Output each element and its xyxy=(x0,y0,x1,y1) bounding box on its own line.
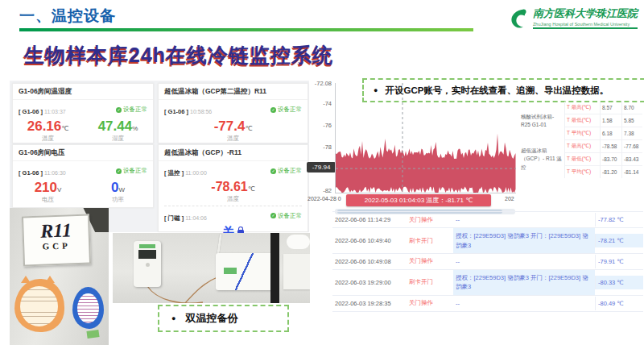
status-ok-icon: ✓ xyxy=(116,107,122,113)
stat-value: 7.38 xyxy=(621,127,642,140)
card-freezer-second-probe: 超低温冰箱（GCP第二温控）R11 [ G1-06 ]10:58:56 ✓设备正… xyxy=(158,83,308,143)
log-row[interactable]: 2022-06-03 19:29:00 刷卡开门 授权：[229E59D3] 骆… xyxy=(332,270,643,296)
device-display xyxy=(138,250,156,259)
temperature-value: 26.16 xyxy=(27,118,62,134)
log-row[interactable]: 2022-06-06 10:49:08 关门操作 -- -79.91 ℃ xyxy=(332,254,643,270)
metric-label: 温度 xyxy=(13,135,83,143)
temperature-unit: ℃ xyxy=(245,125,252,132)
stat-label: T 最低(℃) xyxy=(564,114,600,127)
hospital-logo-icon xyxy=(507,6,530,29)
event-detail: -- xyxy=(453,212,595,227)
status-text: 设备正常 xyxy=(278,167,302,175)
y-axis-marker-badge: -79.94 xyxy=(307,162,336,172)
temperature-logger-device xyxy=(134,241,161,287)
event-time: 2022-06-06 10:49:08 xyxy=(332,255,407,268)
stats-table: 核酸试剂冰箱-R25 G1-01 T 最高(℃) 8.57 8.70 T 最低(… xyxy=(519,102,642,178)
humidity-value: 47.44 xyxy=(98,118,133,134)
event-temperature: -78.21 ℃ xyxy=(595,234,643,247)
temperature-value: -77.4 xyxy=(214,118,246,134)
card-title: G1-06房间温湿度 xyxy=(13,84,153,100)
voltage-value: 210 xyxy=(35,180,57,195)
section-title: 一、温控设备 xyxy=(19,6,116,27)
event-temperature: -77.82 ℃ xyxy=(595,213,643,227)
device-name: 超低温冰箱（GCP）- R11 温控 xyxy=(519,140,564,178)
probe-tag: [ 温控 ] xyxy=(164,169,184,177)
stat-value: 6.18 xyxy=(600,127,621,140)
stat-label: T 最高(℃) xyxy=(564,140,600,153)
card-room-voltage: G1-06房间电压 [ G1-06 ]11:06:30 ✓设备正常 210V 电… xyxy=(12,144,154,208)
metric-label: 温度 xyxy=(159,135,308,143)
y-tick: -78 xyxy=(306,143,332,151)
stat-value: -83.70 xyxy=(600,153,621,166)
event-detail: 授权：[229E59D3] 骆韵豪3 开门：[229E59D3] 骆韵豪3 xyxy=(453,228,595,253)
stat-label: T 平均(℃) xyxy=(564,166,600,178)
sign-text-r11: R11 xyxy=(23,219,89,243)
stat-value: -81.14 xyxy=(621,166,642,178)
event-action: 关门操作 xyxy=(407,254,453,268)
bullet-icon: ● xyxy=(171,314,175,322)
stat-value: 1.58 xyxy=(600,114,621,127)
photo-monitoring-devices xyxy=(113,233,310,303)
header-divider xyxy=(19,28,473,31)
temperature-value: -78.61 xyxy=(211,180,247,193)
metric-label: 功率 xyxy=(83,196,153,204)
reading-time: 11:04:06 xyxy=(185,215,207,221)
status-ok-icon: ✓ xyxy=(270,213,276,218)
stat-value: 8.57 xyxy=(600,102,621,114)
event-time: 2022-06-06 11:14:29 xyxy=(332,213,407,227)
event-detail: 授权：[229E59D3] 骆韵豪3 开门：[229E59D3] 骆韵豪3 xyxy=(453,270,595,295)
door-sensor-tag: [ 门磁 ] xyxy=(164,214,184,222)
card-room-temp-humidity: G1-06房间温湿度 [ G1-06 ]11:03:37 ✓设备正常 26.16… xyxy=(12,83,154,143)
stat-label: T 最高(℃) xyxy=(564,102,600,114)
hospital-name-cn: 南方医科大学珠江医院 xyxy=(533,6,638,21)
stat-value: -77.68 xyxy=(621,140,642,153)
x-axis-label-left: 2022-04-28 0 xyxy=(308,196,341,202)
stat-value: -78.58 xyxy=(600,140,621,153)
card-freezer-gcp: 超低温冰箱（GCP）-R11 [ 温控 ]11:00:00 ✓设备正常 -78.… xyxy=(158,144,308,232)
photo-freezer-door: R11 GCP xyxy=(10,208,109,345)
event-action: 关门操作 xyxy=(407,296,453,310)
reading-time: 11:03:37 xyxy=(44,109,66,114)
reading-time: 11:06:30 xyxy=(44,170,66,176)
metric-label: 电压 xyxy=(13,196,83,204)
cat-sticker xyxy=(14,279,64,332)
green-tag-sticker xyxy=(86,330,99,339)
event-temperature: -79.91 ℃ xyxy=(595,255,643,268)
device-name: 核酸试剂冰箱-R25 G1-01 xyxy=(519,102,564,140)
metric-label: 湿度 xyxy=(83,135,153,143)
log-row[interactable]: 2022-06-06 10:49:40 刷卡开门 授权：[229E59D3] 骆… xyxy=(332,228,643,254)
y-tick: -74 xyxy=(306,100,332,107)
chart-tooltip: 2022-05-03 01:04:03 温度：-81.71 ℃ xyxy=(346,194,491,206)
status-text: 设备正常 xyxy=(123,167,147,175)
temperature-unit: ℃ xyxy=(61,125,68,132)
slide: 一、温控设备 南方医科大学珠江医院 ZhuJiang Hospital of S… xyxy=(0,0,644,345)
wall-pole xyxy=(270,233,279,303)
device-tag: [ G1-06 ] xyxy=(19,169,43,177)
event-temperature: -80.33 ℃ xyxy=(595,276,643,289)
hospital-name-en: ZhuJiang Hospital of Southern Medical Un… xyxy=(533,22,638,27)
metric-label: 温度 xyxy=(159,195,308,203)
temperature-chart[interactable] xyxy=(335,83,516,193)
door-event-log: 2022-06-06 11:14:29 关门操作 -- -77.82 ℃ 202… xyxy=(332,211,643,312)
wall-fixture xyxy=(287,235,310,249)
humidity-unit: % xyxy=(132,125,138,132)
freezer-label-sign: R11 GCP xyxy=(22,214,91,267)
hospital-logo: 南方医科大学珠江医院 ZhuJiang Hospital of Southern… xyxy=(507,6,638,29)
status-ok-icon: ✓ xyxy=(116,168,122,174)
page-title: 生物样本库24h在线冷链监控系统 xyxy=(24,42,333,69)
status-ok-icon: ✓ xyxy=(270,107,276,113)
y-tick: -72.08 xyxy=(306,80,332,87)
event-temperature: -80.49 ℃ xyxy=(595,297,643,310)
event-detail: -- xyxy=(453,296,595,311)
card-title: 超低温冰箱（GCP）-R11 xyxy=(159,145,308,161)
event-time: 2022-06-06 10:49:40 xyxy=(332,234,407,247)
log-row[interactable]: 2022-06-06 11:14:29 关门操作 -- -77.82 ℃ xyxy=(332,212,643,228)
stat-label: T 平均(℃) xyxy=(564,127,600,140)
y-tick: -76 xyxy=(306,122,332,129)
device-tag: [ G1-06 ] xyxy=(164,108,188,115)
status-text: 设备正常 xyxy=(278,106,302,114)
penguin-sticker xyxy=(72,287,104,329)
card-title: 超低温冰箱（GCP第二温控）R11 xyxy=(159,84,308,100)
reading-time: 11:00:00 xyxy=(185,170,207,176)
log-row[interactable]: 2022-06-03 19:28:35 关门操作 -- -80.49 ℃ xyxy=(332,296,643,312)
